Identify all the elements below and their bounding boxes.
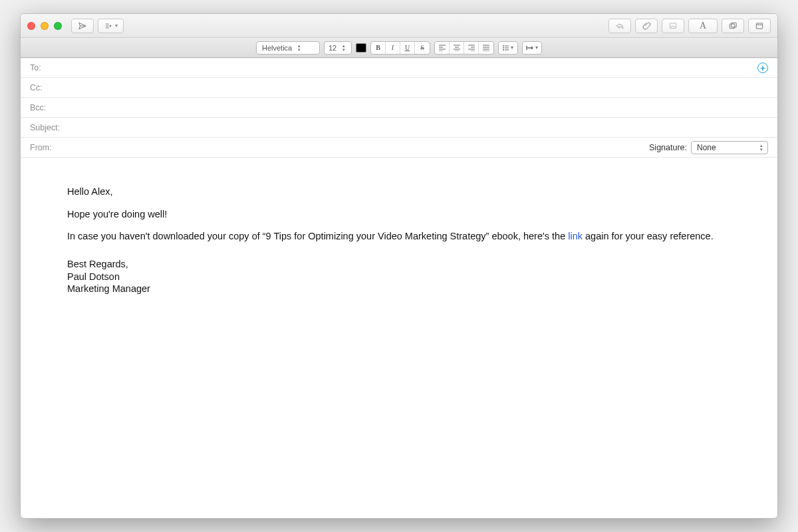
window-controls [27, 22, 62, 30]
reply-button[interactable] [608, 19, 631, 33]
strikethrough-button[interactable]: S [415, 42, 430, 54]
to-label: To: [30, 63, 67, 72]
panel-icon [755, 21, 764, 31]
close-window-button[interactable] [27, 22, 35, 30]
markup-button[interactable] [662, 19, 684, 33]
add-contact-button[interactable]: + [757, 63, 768, 73]
format-toolbar: Helvetica 12 B I U S ▾ ▾ [21, 38, 777, 58]
align-justify-button[interactable] [479, 42, 493, 54]
body-line1: Hope you're doing well! [67, 208, 731, 221]
signature-label: Signature: [649, 143, 687, 152]
bcc-field[interactable]: Bcc: [21, 98, 777, 118]
stepper-arrows-icon [340, 43, 347, 53]
sidebar-button[interactable] [748, 19, 771, 33]
italic-button[interactable]: I [386, 42, 400, 54]
list-menu-button[interactable]: ▾ [498, 41, 518, 55]
body-greeting: Hello Alex, [67, 186, 731, 199]
sender-title: Marketing Manager [67, 283, 731, 295]
stacked-rects-icon [728, 21, 737, 31]
align-right-button[interactable] [464, 42, 479, 54]
letter-a-icon: A [700, 21, 706, 31]
paperclip-icon [642, 21, 651, 31]
indent-menu-button[interactable]: ▾ [522, 41, 542, 55]
signature-block: Best Regards, Paul Dotson Marketing Mana… [67, 258, 731, 296]
header-fields: To: + Cc: Bcc: Subject: From: Signature:… [21, 58, 777, 158]
ebook-link[interactable]: link [568, 231, 583, 241]
stepper-arrows-icon [758, 143, 765, 152]
zoom-window-button[interactable] [54, 22, 62, 30]
alignment-group [434, 41, 494, 55]
header-menu-button[interactable]: ▾ [98, 19, 124, 33]
photo-icon [668, 21, 678, 31]
svg-rect-2 [732, 23, 737, 27]
svg-point-5 [503, 45, 504, 47]
send-button[interactable] [71, 19, 94, 33]
subject-field[interactable]: Subject: [21, 118, 777, 138]
cc-field[interactable]: Cc: [21, 78, 777, 98]
chevron-down-icon: ▾ [115, 23, 118, 29]
signature-select[interactable]: None [691, 141, 768, 154]
svg-point-6 [503, 47, 504, 49]
align-center-button[interactable] [450, 42, 464, 54]
font-family-value: Helvetica [262, 44, 292, 52]
attach-button[interactable] [635, 19, 658, 33]
text-style-group: B I U S [370, 41, 430, 55]
underline-button[interactable]: U [400, 42, 415, 54]
svg-rect-3 [756, 23, 762, 28]
list-chevron-icon [104, 21, 113, 31]
paper-plane-icon [78, 21, 87, 31]
from-label: From: [30, 143, 67, 152]
font-size-stepper[interactable]: 12 [324, 41, 352, 55]
subject-label: Subject: [30, 123, 67, 132]
compose-window: ▾ A Helvetica 12 [20, 13, 778, 519]
bcc-label: Bcc: [30, 103, 67, 112]
sender-name: Paul Dotson [67, 271, 731, 283]
font-size-value: 12 [329, 44, 336, 52]
from-field: From: Signature: None [21, 138, 777, 158]
svg-point-7 [503, 49, 504, 51]
align-left-button[interactable] [435, 42, 450, 54]
cc-label: Cc: [30, 83, 67, 92]
closing: Best Regards, [67, 258, 731, 271]
text-color-swatch[interactable] [356, 43, 366, 53]
photo-browser-button[interactable] [722, 19, 744, 33]
message-body[interactable]: Hello Alex, Hope you're doing well! In c… [21, 158, 777, 518]
reply-arrow-icon [615, 21, 624, 31]
signature-value: None [697, 143, 716, 152]
bold-button[interactable]: B [371, 42, 386, 54]
stepper-arrows-icon [296, 43, 303, 53]
minimize-window-button[interactable] [41, 22, 49, 30]
body-line2: In case you haven't downloaded your copy… [67, 230, 731, 243]
to-field[interactable]: To: + [21, 58, 777, 78]
format-button[interactable]: A [688, 19, 718, 33]
svg-rect-1 [730, 24, 735, 28]
font-family-select[interactable]: Helvetica [256, 41, 320, 55]
titlebar: ▾ A [21, 14, 777, 38]
